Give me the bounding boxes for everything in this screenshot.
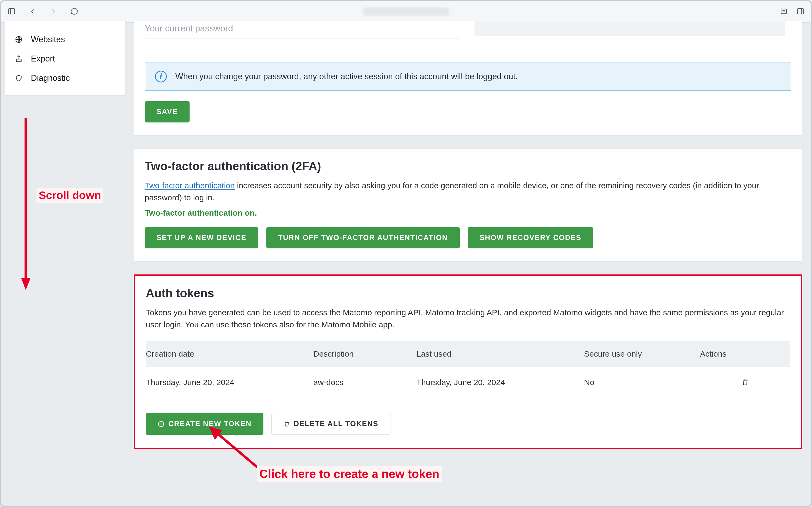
td-description: aw-docs xyxy=(313,367,416,398)
url-bar[interactable] xyxy=(363,7,449,15)
password-info-banner: i When you change your password, any oth… xyxy=(145,63,791,91)
shield-icon xyxy=(14,73,23,83)
annotation-click-text: Click here to create a new token xyxy=(257,466,442,482)
sidebar: Websites Export Diagnostic xyxy=(5,21,126,96)
save-button[interactable]: Save xyxy=(145,101,189,122)
info-text: When you change your password, any other… xyxy=(175,72,518,81)
tfa-desc-tail: increases account security by also askin… xyxy=(145,181,759,202)
tfa-card: Two-factor authentication (2FA) Two-fact… xyxy=(134,149,802,262)
tokens-table: Creation date Description Last used Secu… xyxy=(146,341,790,398)
table-header-row: Creation date Description Last used Secu… xyxy=(146,341,790,367)
table-row: Thursday, June 20, 2024 aw-docs Thursday… xyxy=(146,367,790,398)
th-actions: Actions xyxy=(700,341,790,367)
password-card: i When you change your password, any oth… xyxy=(134,21,802,135)
info-icon: i xyxy=(155,71,167,82)
browser-toolbar xyxy=(0,0,812,22)
sidebar-item-label: Websites xyxy=(31,35,65,44)
turn-off-2fa-button[interactable]: Turn off two-factor authentication xyxy=(267,227,460,248)
svg-rect-2 xyxy=(781,9,787,14)
sidebar-item-label: Diagnostic xyxy=(31,73,70,83)
back-icon[interactable] xyxy=(28,7,37,16)
svg-line-14 xyxy=(215,431,260,470)
tfa-link[interactable]: Two-factor authentication xyxy=(145,181,235,190)
share-icon[interactable] xyxy=(779,7,789,16)
sidebar-item-websites[interactable]: Websites xyxy=(5,30,125,49)
delete-all-tokens-button[interactable]: Delete all tokens xyxy=(272,413,391,435)
tfa-title: Two-factor authentication (2FA) xyxy=(145,149,791,173)
svg-marker-15 xyxy=(209,427,222,440)
tfa-description: Two-factor authentication increases acco… xyxy=(145,179,791,204)
svg-rect-0 xyxy=(9,9,15,14)
reload-icon[interactable] xyxy=(70,7,79,16)
tabs-icon[interactable] xyxy=(796,7,805,16)
td-secure: No xyxy=(584,367,700,398)
main-content: i When you change your password, any oth… xyxy=(134,21,802,462)
td-last-used: Thursday, June 20, 2024 xyxy=(416,367,584,398)
export-icon xyxy=(14,54,23,63)
th-last-used: Last used xyxy=(416,341,584,367)
annotation-scroll-text: Scroll down xyxy=(37,188,103,203)
password-input-row xyxy=(145,21,791,39)
setup-device-button[interactable]: Set up a new device xyxy=(145,227,258,248)
th-description: Description xyxy=(313,341,416,367)
show-recovery-codes-button[interactable]: Show recovery codes xyxy=(468,227,593,248)
delete-token-button[interactable] xyxy=(739,377,751,388)
th-secure: Secure use only xyxy=(584,341,700,367)
td-creation-date: Thursday, June 20, 2024 xyxy=(146,367,313,398)
tokens-title: Auth tokens xyxy=(146,276,790,300)
sidebar-item-export[interactable]: Export xyxy=(5,49,125,68)
tokens-description: Tokens you have generated can be used to… xyxy=(146,306,790,331)
disabled-field xyxy=(474,21,786,36)
sidebar-item-diagnostic[interactable]: Diagnostic xyxy=(5,68,125,88)
th-creation-date: Creation date xyxy=(146,341,313,367)
sidebar-item-label: Export xyxy=(31,54,55,64)
forward-icon xyxy=(49,7,58,16)
globe-icon xyxy=(14,35,23,44)
delete-all-tokens-label: Delete all tokens xyxy=(294,420,379,428)
sidebar-toggle-icon[interactable] xyxy=(7,7,16,16)
svg-rect-5 xyxy=(798,9,804,14)
tfa-status: Two-factor authentication on. xyxy=(145,208,791,218)
annotation-scroll-arrow xyxy=(20,118,25,287)
auth-tokens-card: Auth tokens Tokens you have generated ca… xyxy=(134,274,802,449)
svg-rect-8 xyxy=(16,59,21,61)
svg-marker-13 xyxy=(21,278,31,290)
current-password-input[interactable] xyxy=(145,21,459,39)
